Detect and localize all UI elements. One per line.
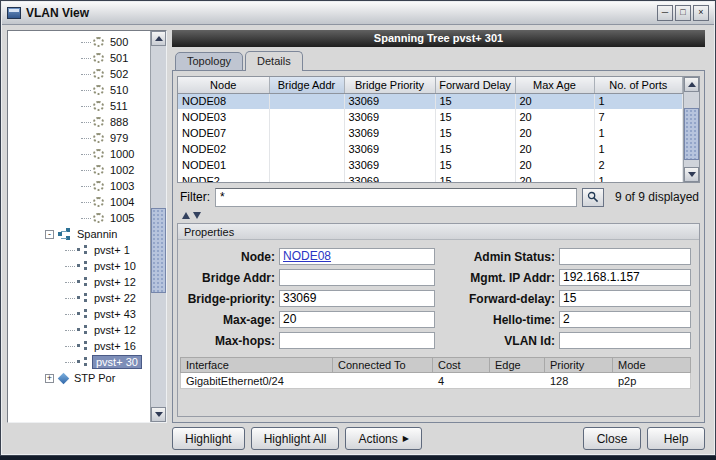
table-cell[interactable]: NODE07	[178, 125, 269, 141]
table-cell[interactable]: 20	[515, 125, 594, 141]
table-cell[interactable]: 33069	[344, 125, 435, 141]
tree-item-pvst-12[interactable]: pvst+ 12	[9, 322, 149, 338]
tree-item-pvst-43[interactable]: pvst+ 43	[9, 306, 149, 322]
table-cell[interactable]: 15	[435, 109, 515, 125]
column-header-bridge-addr[interactable]: Bridge Addr	[269, 77, 344, 93]
table-scrollbar[interactable]	[683, 77, 699, 182]
table-cell[interactable]: 33069	[344, 109, 435, 125]
table-cell[interactable]: 15	[435, 157, 515, 173]
table-cell[interactable]: 33069	[344, 141, 435, 157]
node-link[interactable]: NODE08	[283, 249, 331, 263]
tree-item-pvst-22[interactable]: pvst+ 22	[9, 290, 149, 306]
titlebar[interactable]: VLAN View ─ □ ×	[2, 2, 714, 25]
column-header-max-age[interactable]: Max Age	[515, 77, 594, 93]
table-cell[interactable]: 1	[594, 141, 683, 157]
close-button[interactable]: Close	[583, 427, 641, 450]
tree-item-511[interactable]: 511	[9, 98, 149, 114]
tree-item-888[interactable]: 888	[9, 114, 149, 130]
tab-topology[interactable]: Topology	[175, 52, 243, 71]
table-row[interactable]: NODE083306915201	[178, 93, 683, 109]
tree-scroll-up-button[interactable]	[151, 31, 166, 46]
table-scroll-track[interactable]	[684, 92, 699, 167]
table-row[interactable]: NODE023306915201	[178, 141, 683, 157]
table-row[interactable]: NODE033306915207	[178, 109, 683, 125]
table-cell[interactable]	[269, 173, 344, 183]
tree-item-1003[interactable]: 1003	[9, 178, 149, 194]
table-cell[interactable]: 20	[515, 157, 594, 173]
tree-scroll-down-button[interactable]	[151, 407, 166, 422]
table-cell[interactable]: 20	[515, 173, 594, 183]
table-row[interactable]: NODE073306915201	[178, 125, 683, 141]
table-cell[interactable]: 1	[594, 125, 683, 141]
table-scroll-up-button[interactable]	[684, 77, 699, 92]
close-button[interactable]: ×	[693, 5, 709, 21]
table-scroll-thumb[interactable]	[684, 108, 699, 160]
table-cell[interactable]: 7	[594, 109, 683, 125]
tree-item-pvst-10[interactable]: pvst+ 10	[9, 258, 149, 274]
tree-item-501[interactable]: 501	[9, 50, 149, 66]
interface-row[interactable]: GigabitEthernet0/244128p2p	[180, 373, 691, 389]
table-cell[interactable]: 20	[515, 93, 594, 109]
table-cell[interactable]: 2	[594, 157, 683, 173]
vlan-tree[interactable]: 5005015025105118889791000100210031004100…	[9, 32, 149, 421]
actions-button[interactable]: Actions▶	[345, 427, 422, 450]
table-cell[interactable]: 15	[435, 141, 515, 157]
table-cell[interactable]: 33069	[344, 93, 435, 109]
table-cell[interactable]: NODE03	[178, 109, 269, 125]
table-cell[interactable]	[269, 93, 344, 109]
table-cell[interactable]: NODE02	[178, 141, 269, 157]
tree-scroll-track[interactable]	[151, 46, 166, 407]
column-header-node[interactable]: Node	[178, 77, 269, 93]
table-cell[interactable]: 15	[435, 93, 515, 109]
minimize-button[interactable]: ─	[657, 5, 673, 21]
table-cell[interactable]: 33069	[344, 157, 435, 173]
table-cell[interactable]: 1	[594, 173, 683, 183]
tree-item-510[interactable]: 510	[9, 82, 149, 98]
split-divider[interactable]	[177, 211, 700, 220]
table-cell[interactable]: NODE01	[178, 157, 269, 173]
table-cell[interactable]: NODE08	[178, 93, 269, 109]
tree-item-979[interactable]: 979	[9, 130, 149, 146]
table-cell[interactable]: 33069	[344, 173, 435, 183]
splitter-collapse-down-icon[interactable]	[193, 212, 201, 219]
splitter-collapse-up-icon[interactable]	[182, 212, 190, 219]
table-row[interactable]: NODE23306915201	[178, 173, 683, 183]
tree-expand-icon[interactable]: +	[45, 374, 54, 383]
tree-item-1004[interactable]: 1004	[9, 194, 149, 210]
column-header-forward-delay[interactable]: Forward Delay	[435, 77, 515, 93]
help-button[interactable]: Help	[647, 427, 705, 450]
table-scroll-down-button[interactable]	[684, 167, 699, 182]
tree-item-stp-por[interactable]: +STP Por	[9, 370, 149, 386]
tree-collapse-icon[interactable]: -	[45, 230, 54, 239]
table-cell[interactable]: 1	[594, 93, 683, 109]
highlight-button[interactable]: Highlight	[172, 427, 245, 450]
tree-item-pvst-1[interactable]: pvst+ 1	[9, 242, 149, 258]
highlight-all-button[interactable]: Highlight All	[251, 427, 340, 450]
table-cell[interactable]: 15	[435, 173, 515, 183]
tree-item-1002[interactable]: 1002	[9, 162, 149, 178]
filter-search-button[interactable]	[582, 188, 604, 207]
table-cell[interactable]: 20	[515, 141, 594, 157]
tree-item-spannin[interactable]: -Spannin	[9, 226, 149, 242]
tree-item-pvst-30[interactable]: pvst+ 30	[9, 354, 149, 370]
table-cell[interactable]: 15	[435, 125, 515, 141]
tree-item-pvst-16[interactable]: pvst+ 16	[9, 338, 149, 354]
tree-item-502[interactable]: 502	[9, 66, 149, 82]
table-cell[interactable]: NODE2	[178, 173, 269, 183]
table-row[interactable]: NODE013306915202	[178, 157, 683, 173]
tree-item-500[interactable]: 500	[9, 34, 149, 50]
tree-item-1000[interactable]: 1000	[9, 146, 149, 162]
tree-scroll-thumb[interactable]	[151, 208, 166, 293]
column-header-bridge-priority[interactable]: Bridge Priority	[344, 77, 435, 93]
tree-item-1005[interactable]: 1005	[9, 210, 149, 226]
table-cell[interactable]	[269, 141, 344, 157]
table-cell[interactable]: 20	[515, 109, 594, 125]
tree-scrollbar[interactable]	[150, 31, 166, 422]
table-cell[interactable]	[269, 109, 344, 125]
filter-input[interactable]	[215, 188, 577, 207]
tab-details[interactable]: Details	[245, 51, 303, 71]
table-cell[interactable]	[269, 157, 344, 173]
maximize-button[interactable]: □	[675, 5, 691, 21]
table-cell[interactable]	[269, 125, 344, 141]
tree-item-pvst-12[interactable]: pvst+ 12	[9, 274, 149, 290]
